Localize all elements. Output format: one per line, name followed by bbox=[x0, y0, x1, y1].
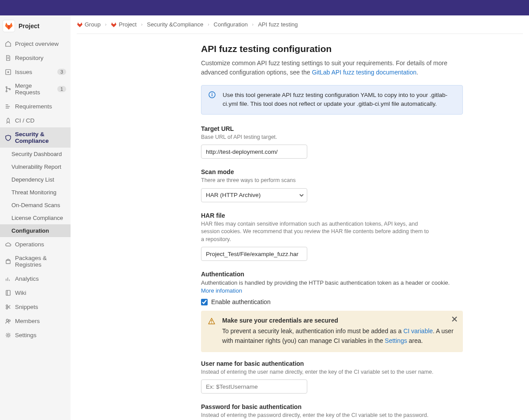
chevron-right-icon: › bbox=[105, 22, 106, 27]
sidebar-item-repository[interactable]: Repository bbox=[0, 51, 71, 65]
issues-icon bbox=[4, 68, 11, 75]
svg-point-3 bbox=[6, 90, 7, 92]
password-help: Instead of entering the password directl… bbox=[201, 412, 463, 420]
doc-link[interactable]: GitLab API fuzz testing documentation bbox=[312, 69, 416, 76]
close-icon[interactable] bbox=[451, 316, 458, 323]
info-banner: Use this tool generate API fuzz testing … bbox=[201, 85, 463, 115]
project-header[interactable]: Project bbox=[0, 15, 71, 37]
svg-point-11 bbox=[7, 334, 9, 336]
sidebar-item-requirements[interactable]: Requirements bbox=[0, 99, 71, 113]
username-label: User name for basic authentication bbox=[201, 360, 463, 367]
svg-point-10 bbox=[8, 320, 10, 321]
sidebar-item-label: CI / CD bbox=[15, 117, 34, 124]
sidebar-item-merge-requests[interactable]: Merge Requests1 bbox=[0, 79, 71, 99]
har-file-input[interactable] bbox=[201, 247, 307, 261]
chevron-right-icon: › bbox=[252, 22, 253, 27]
password-label: Password for basic authentication bbox=[201, 403, 463, 410]
chevron-right-icon: › bbox=[141, 22, 142, 27]
chevron-right-icon: › bbox=[208, 22, 209, 27]
rocket-icon bbox=[4, 117, 11, 124]
sidebar-item-label: Issues bbox=[15, 69, 32, 75]
sidebar-subitem-vulnerability-report[interactable]: Vulnerability Report bbox=[0, 160, 71, 173]
req-icon bbox=[4, 103, 11, 110]
enable-auth-label[interactable]: Enable authentication bbox=[211, 298, 271, 305]
scan-mode-label: Scan mode bbox=[201, 168, 463, 175]
sidebar-item-label: Wiki bbox=[15, 290, 26, 296]
scissors-icon bbox=[4, 303, 11, 310]
sidebar-item-snippets[interactable]: Snippets bbox=[0, 300, 71, 314]
badge: 1 bbox=[57, 86, 66, 92]
sidebar-subitem-configuration[interactable]: Configuration bbox=[0, 224, 71, 237]
package-icon bbox=[4, 258, 11, 265]
username-input[interactable] bbox=[201, 379, 307, 394]
ci-variable-link[interactable]: CI variable bbox=[403, 327, 433, 335]
sidebar-item-label: Merge Requests bbox=[15, 82, 57, 96]
breadcrumb-item[interactable]: Group bbox=[77, 21, 101, 28]
doc-icon bbox=[4, 54, 11, 61]
target-url-help: Base URL of API testing target. bbox=[201, 134, 463, 141]
sidebar-subitem-security-dashboard[interactable]: Security Dashboard bbox=[0, 148, 71, 160]
sidebar-item-operations[interactable]: Operations bbox=[0, 237, 71, 251]
sidebar-item-project-overview[interactable]: Project overview bbox=[0, 37, 71, 51]
sidebar-item-members[interactable]: Members bbox=[0, 314, 71, 328]
sidebar-item-label: Snippets bbox=[15, 304, 38, 310]
warning-text: To prevent a security leak, authenticati… bbox=[222, 327, 456, 346]
sidebar-item-analytics[interactable]: Analytics bbox=[0, 271, 71, 286]
shield-icon bbox=[4, 134, 11, 141]
project-title: Project bbox=[19, 22, 39, 30]
breadcrumb-item[interactable]: Project bbox=[111, 21, 136, 28]
sidebar-subitem-license-compliance[interactable]: License Compliance bbox=[0, 212, 71, 224]
sidebar-subitem-threat-monitoring[interactable]: Threat Monitoring bbox=[0, 186, 71, 199]
svg-rect-5 bbox=[6, 260, 10, 264]
har-file-label: HAR file bbox=[201, 212, 463, 219]
svg-point-9 bbox=[6, 319, 8, 321]
svg-point-13 bbox=[212, 93, 212, 94]
sidebar-item-issues[interactable]: Issues3 bbox=[0, 65, 71, 79]
home-icon bbox=[4, 40, 11, 47]
target-url-label: Target URL bbox=[201, 125, 463, 132]
breadcrumb-item[interactable]: Configuration bbox=[214, 21, 248, 28]
page-title: API fuzz testing configuration bbox=[201, 44, 463, 54]
sidebar-item-label: Security & Compliance bbox=[15, 131, 66, 144]
svg-point-16 bbox=[211, 323, 212, 323]
sidebar-item-label: Requirements bbox=[15, 103, 52, 110]
scan-mode-help: There are three ways to perform scans bbox=[201, 177, 463, 185]
svg-rect-6 bbox=[6, 290, 10, 295]
chart-icon bbox=[4, 275, 11, 282]
target-url-input[interactable] bbox=[201, 145, 307, 159]
sidebar-item-packages-registries[interactable]: Packages & Registries bbox=[0, 251, 71, 271]
sidebar-item-label: Packages & Registries bbox=[15, 255, 66, 268]
sidebar-item-security-compliance[interactable]: Security & Compliance bbox=[0, 127, 71, 148]
sidebar-item-ci-cd[interactable]: CI / CD bbox=[0, 113, 71, 127]
svg-rect-15 bbox=[211, 320, 212, 322]
svg-point-1 bbox=[7, 71, 9, 73]
har-file-help: HAR files may contain sensitive informat… bbox=[201, 220, 430, 244]
sidebar-item-label: Repository bbox=[15, 55, 44, 61]
breadcrumb-item[interactable]: API fuzz testing bbox=[258, 21, 298, 28]
auth-more-info-link[interactable]: More infomation bbox=[201, 287, 242, 294]
sidebar-item-label: Operations bbox=[15, 241, 44, 248]
svg-point-7 bbox=[6, 305, 7, 306]
breadcrumb: Group›Project›Security &Compliance›Confi… bbox=[77, 15, 523, 34]
warning-icon bbox=[208, 318, 215, 325]
sidebar-subitem-dependency-list[interactable]: Dependency List bbox=[0, 173, 71, 186]
warning-title: Make sure your credentials are secured bbox=[222, 317, 456, 324]
members-icon bbox=[4, 317, 11, 324]
page-description: Customize common API fuzz testing settin… bbox=[201, 59, 463, 77]
sidebar-subitem-on-demand-scans[interactable]: On-Demand Scans bbox=[0, 199, 71, 212]
svg-rect-14 bbox=[212, 94, 212, 97]
svg-point-2 bbox=[6, 86, 7, 88]
warning-banner: Make sure your credentials are secured T… bbox=[201, 311, 463, 352]
sidebar-item-settings[interactable]: Settings bbox=[0, 328, 71, 342]
main: Group›Project›Security &Compliance›Confi… bbox=[71, 15, 529, 420]
enable-auth-checkbox[interactable] bbox=[201, 299, 208, 305]
settings-link[interactable]: Settings bbox=[385, 337, 407, 344]
sidebar-item-label: Analytics bbox=[15, 275, 39, 282]
sidebar-item-wiki[interactable]: Wiki bbox=[0, 286, 71, 300]
scan-mode-select[interactable] bbox=[201, 188, 307, 202]
tanuki-icon bbox=[3, 20, 15, 32]
sidebar-item-label: Project overview bbox=[15, 41, 59, 47]
breadcrumb-item[interactable]: Security &Compliance bbox=[147, 21, 203, 28]
auth-help-text: Authentication is handled by providing t… bbox=[201, 279, 450, 286]
sidebar: Project Project overviewRepositoryIssues… bbox=[0, 15, 71, 420]
